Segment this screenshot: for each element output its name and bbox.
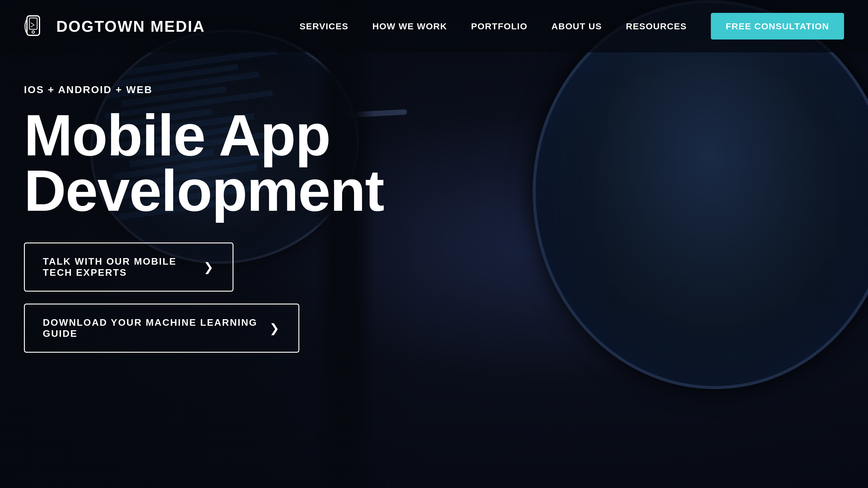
nav-item-about-us[interactable]: ABOUT US: [551, 21, 602, 31]
nav-item-cta[interactable]: FREE CONSULTATION: [711, 21, 844, 31]
hero-cta-buttons: TALK WITH OUR MOBILE TECH EXPERTS ❯ DOWN…: [24, 243, 383, 353]
brand-name: DOGTOWN MEDIA: [56, 18, 205, 35]
download-guide-button[interactable]: DOWNLOAD YOUR MACHINE LEARNING GUIDE ❯: [24, 304, 299, 353]
talk-experts-button[interactable]: TALK WITH OUR MOBILE TECH EXPERTS ❯: [24, 243, 234, 292]
navbar: DOGTOWN MEDIA SERVICES HOW WE WORK PORTF…: [0, 0, 868, 52]
svg-point-4: [26, 31, 27, 33]
logo-icon: [24, 14, 48, 38]
hero-section: DOGTOWN MEDIA SERVICES HOW WE WORK PORTF…: [0, 0, 868, 488]
chevron-right-icon: ❯: [204, 260, 215, 274]
svg-rect-1: [29, 18, 37, 29]
logo[interactable]: DOGTOWN MEDIA: [24, 14, 205, 38]
nav-links: SERVICES HOW WE WORK PORTFOLIO ABOUT US …: [300, 21, 844, 31]
svg-point-2: [32, 31, 34, 33]
svg-point-3: [26, 20, 27, 22]
hero-title-line2: Development: [24, 158, 384, 223]
nav-link-portfolio[interactable]: PORTFOLIO: [471, 21, 528, 31]
download-guide-label: DOWNLOAD YOUR MACHINE LEARNING GUIDE: [43, 317, 257, 339]
hero-content: IOS + ANDROID + WEB Mobile App Developme…: [24, 84, 383, 353]
hero-title: Mobile App Development: [24, 108, 383, 218]
nav-item-services[interactable]: SERVICES: [300, 21, 348, 31]
nav-item-resources[interactable]: RESOURCES: [626, 21, 687, 31]
free-consultation-button[interactable]: FREE CONSULTATION: [711, 13, 844, 39]
talk-experts-label: TALK WITH OUR MOBILE TECH EXPERTS: [43, 256, 191, 278]
nav-item-how-we-work[interactable]: HOW WE WORK: [372, 21, 447, 31]
nav-link-about-us[interactable]: ABOUT US: [551, 21, 602, 31]
chevron-right-icon-2: ❯: [269, 321, 280, 335]
nav-link-resources[interactable]: RESOURCES: [626, 21, 687, 31]
nav-link-how-we-work[interactable]: HOW WE WORK: [372, 21, 447, 31]
nav-link-services[interactable]: SERVICES: [300, 21, 348, 31]
hero-subtitle: IOS + ANDROID + WEB: [24, 84, 383, 95]
nav-item-portfolio[interactable]: PORTFOLIO: [471, 21, 528, 31]
